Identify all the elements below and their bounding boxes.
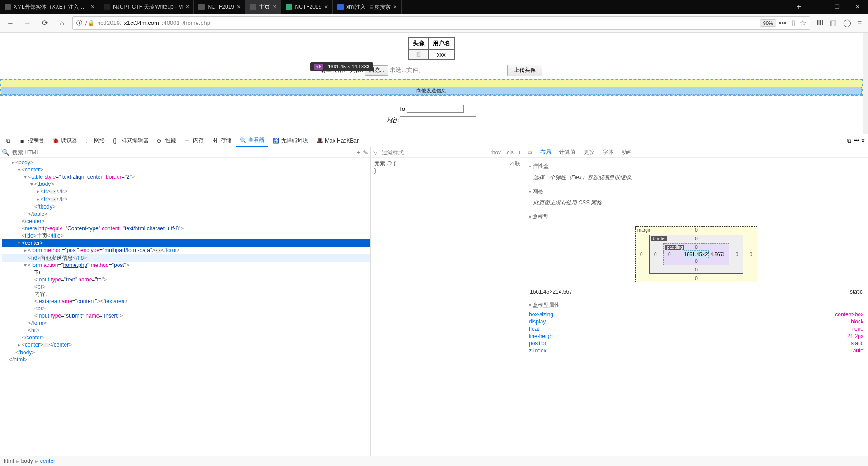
devtools-tab[interactable]: ▣控制台	[16, 134, 48, 147]
dom-node[interactable]: </center>	[2, 218, 370, 225]
url-bar[interactable]: ⓘ ⧸🔒 nctf2019.x1ct34m.com:40001/home.php…	[72, 16, 810, 30]
devtools-toolbar: ⧉ ▣控制台🐞调试器↕网络{}样式编辑器⊙性能▭内存🗄存储🔍查看器♿无障碍环境🎩…	[0, 134, 868, 147]
dom-node[interactable]: </html>	[2, 356, 370, 363]
info-icon[interactable]: ⓘ	[76, 19, 82, 27]
dom-node[interactable]: <textarea name="content"></textarea>	[2, 298, 370, 305]
bookmark-icon[interactable]: ☆	[800, 19, 806, 27]
dom-node[interactable]: </center>	[2, 334, 370, 341]
tab-close-icon[interactable]: ×	[393, 3, 397, 10]
browser-tab[interactable]: NJUPT CTF 天璇Writeup - M×	[99, 0, 194, 14]
eyedropper-icon[interactable]: ✎	[363, 149, 368, 156]
flex-section-msg: 选择一个弹性（Flex）容器或项目以继续。	[529, 172, 863, 186]
styles-filter-input[interactable]	[382, 149, 486, 156]
dom-node[interactable]: <meta http-equiv="Content-type" content=…	[2, 225, 370, 232]
dom-node[interactable]: 内容:	[2, 290, 370, 298]
tab-close-icon[interactable]: ×	[324, 3, 328, 10]
dom-breadcrumb[interactable]: html▶body▶center	[0, 456, 868, 466]
layout-panel-toggle-icon[interactable]: ⧉	[528, 149, 532, 156]
inspector-toggle-icon[interactable]: ⧉	[3, 136, 14, 146]
dom-node[interactable]: <br>	[2, 283, 370, 290]
to-input[interactable]	[407, 105, 464, 113]
tab-close-icon[interactable]: ×	[237, 3, 241, 10]
devtools-tab[interactable]: {}样式编辑器	[109, 134, 152, 147]
dom-node[interactable]: ▾<body>	[2, 159, 370, 166]
tab-close-icon[interactable]: ×	[273, 3, 276, 10]
devtools-tab[interactable]: ↕网络	[82, 134, 108, 147]
dom-node[interactable]: <title>主页</title>	[2, 232, 370, 239]
page-actions-icon[interactable]: •••	[779, 19, 787, 27]
dom-tree[interactable]: ▾<body>▾<center>▾<table style=" text-ali…	[0, 158, 370, 456]
back-button[interactable]: ←	[4, 16, 17, 30]
new-tab-button[interactable]: +	[792, 0, 806, 14]
devtools-more-icon[interactable]: •••	[853, 138, 859, 144]
content-textarea[interactable]	[400, 116, 476, 134]
layout-subtab[interactable]: 布局	[540, 148, 551, 156]
browser-tab[interactable]: 主页×	[245, 0, 281, 14]
layout-subtab[interactable]: 字体	[603, 148, 613, 156]
maximize-button[interactable]: ❐	[826, 0, 847, 14]
grid-section-head[interactable]: 网格	[529, 186, 863, 197]
boxprops-section-head[interactable]: 盒模型属性	[529, 300, 863, 311]
sidebar-icon[interactable]: ▥	[830, 19, 837, 27]
add-node-icon[interactable]: +	[357, 149, 360, 156]
dom-node[interactable]: </form>	[2, 319, 370, 327]
upload-button[interactable]: 上传头像	[507, 65, 542, 76]
tab-close-icon[interactable]: ×	[185, 3, 189, 10]
dom-search-input[interactable]	[12, 149, 354, 156]
devtools-tab[interactable]: 🔍查看器	[236, 134, 268, 147]
reader-icon[interactable]: ▯	[791, 19, 795, 27]
dom-node[interactable]: ▾<form action="home.php" method="post">	[2, 262, 370, 269]
hov-toggle[interactable]: :hov	[491, 149, 501, 156]
dom-node[interactable]: ▾<center>	[2, 239, 370, 247]
tab-close-icon[interactable]: ×	[91, 3, 94, 10]
layout-subtab[interactable]: 计算值	[559, 148, 576, 156]
highlight-region: 向他发送信息	[0, 79, 863, 96]
library-icon[interactable]: ⅢⅠ	[816, 19, 824, 27]
devtools-tab[interactable]: 🗄存储	[208, 134, 235, 147]
breadcrumb-item[interactable]: center	[40, 458, 55, 464]
dom-node[interactable]: ▾<center>	[2, 166, 370, 173]
dom-node[interactable]: </body>	[2, 349, 370, 356]
devtools-tab[interactable]: 🎩Max HacKBar	[313, 134, 362, 147]
browser-tab[interactable]: xml注入_百度搜索×	[333, 0, 402, 14]
dom-node[interactable]: <input type="submit" name="insert">	[2, 312, 370, 319]
minimize-button[interactable]: —	[806, 0, 826, 14]
dom-node[interactable]: </table>	[2, 210, 370, 218]
devtools-tab[interactable]: 🐞调试器	[49, 134, 81, 147]
breadcrumb-item[interactable]: body	[21, 458, 33, 464]
devtools-tab[interactable]: ♿无障碍环境	[269, 134, 312, 147]
zoom-badge[interactable]: 90%	[760, 19, 776, 27]
reload-button[interactable]: ⟳	[38, 16, 52, 30]
dom-node[interactable]: <h6>向他发送信息</h6>	[2, 254, 370, 262]
add-rule-icon[interactable]: +	[518, 149, 521, 156]
account-icon[interactable]: ◯	[843, 19, 851, 27]
cls-toggle[interactable]: .cls	[505, 149, 514, 156]
breadcrumb-item[interactable]: html	[4, 458, 14, 464]
browser-tab[interactable]: NCTF2019×	[281, 0, 333, 14]
dom-node[interactable]: <input type="text" name="to">	[2, 276, 370, 283]
flex-section-head[interactable]: 弹性盒	[529, 161, 863, 172]
home-button[interactable]: ⌂	[55, 16, 69, 30]
menu-icon[interactable]: ≡	[858, 19, 862, 27]
dom-node[interactable]: ▾<table style=" text-align: center" bord…	[2, 173, 370, 181]
devtools-close-icon[interactable]: ✕	[861, 138, 865, 144]
dom-panel: 🔍 + ✎ ▾<body>▾<center>▾<table style=" te…	[0, 147, 371, 456]
layout-subtab[interactable]: 动画	[622, 148, 632, 156]
browser-tab[interactable]: XML外部实体（XXE）注入详解×	[0, 0, 99, 14]
dom-node[interactable]: </tbody>	[2, 203, 370, 210]
boxmodel-section-head[interactable]: 盒模型	[529, 211, 863, 223]
browser-tab[interactable]: NCTF2019×	[194, 0, 245, 14]
dock-icon[interactable]: ⧉	[847, 138, 851, 144]
layout-subtab[interactable]: 更改	[584, 148, 594, 156]
close-button[interactable]: ✕	[847, 0, 868, 14]
dom-node[interactable]: ▸<tr>⋯</tr>	[2, 195, 370, 203]
dom-node[interactable]: <br>	[2, 305, 370, 312]
dom-node[interactable]: ▾<tbody>	[2, 181, 370, 188]
dom-node[interactable]: ▸<center>⋯</center>	[2, 341, 370, 349]
dom-node[interactable]: ▸<tr>⋯</tr>	[2, 188, 370, 195]
dom-node[interactable]: To:	[2, 269, 370, 276]
devtools-tab[interactable]: ▭内存	[181, 134, 208, 147]
dom-node[interactable]: <hr>	[2, 327, 370, 334]
dom-node[interactable]: ▸<form method="post" enctype="multipart/…	[2, 247, 370, 254]
devtools-tab[interactable]: ⊙性能	[153, 134, 180, 147]
